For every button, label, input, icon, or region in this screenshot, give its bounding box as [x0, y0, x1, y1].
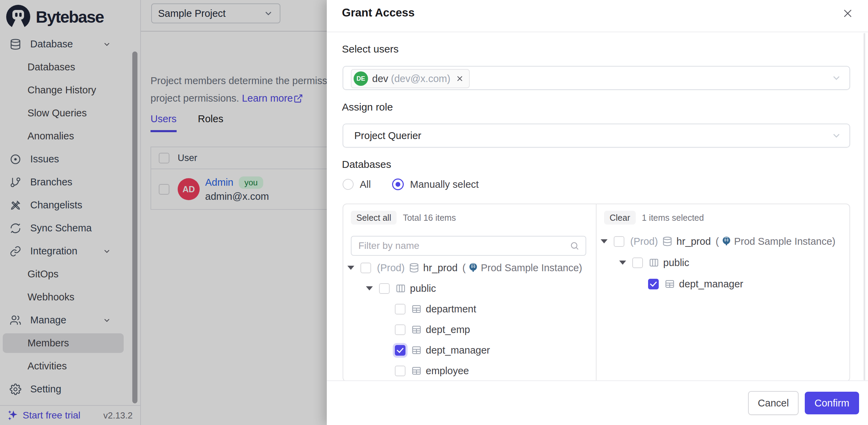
checkbox[interactable] [614, 236, 624, 247]
schema-icon [396, 283, 406, 294]
tree-node-table[interactable]: department [395, 299, 476, 319]
selected-count: 1 items selected [642, 213, 704, 223]
checkbox[interactable] [395, 324, 405, 335]
bytebase-app: Bytebase Database Databases Change Histo… [0, 0, 868, 425]
remove-chip-icon[interactable] [455, 74, 464, 83]
tree-node-database[interactable]: (Prod) hr_prod ( Prod Sample Instance) [601, 231, 835, 252]
modal-overlay[interactable] [0, 0, 327, 425]
radio-selected-icon[interactable] [392, 179, 404, 190]
caret-down-icon[interactable] [601, 239, 608, 243]
tree-node-table-selected[interactable]: dept_manager [648, 274, 743, 294]
checkbox[interactable] [395, 366, 405, 376]
select-users-input[interactable]: DE dev (dev@x.com) [343, 66, 850, 90]
select-users-label: Select users [342, 43, 399, 55]
chevron-down-icon [831, 130, 842, 141]
selected-user-chip[interactable]: DE dev (dev@x.com) [351, 69, 470, 88]
tree-node-table-selected[interactable]: dept_manager [395, 340, 490, 360]
table-icon [411, 324, 422, 335]
checkbox[interactable] [395, 304, 405, 314]
radio-icon[interactable] [343, 179, 354, 190]
database-icon [409, 263, 419, 273]
cancel-button[interactable]: Cancel [748, 391, 799, 415]
filter-input[interactable] [358, 240, 570, 252]
checkbox-checked[interactable] [648, 279, 659, 289]
source-total: Total 16 items [403, 213, 456, 223]
clear-button[interactable]: Clear [604, 211, 636, 225]
tree-node-table[interactable]: employee [395, 360, 469, 381]
databases-label: Databases [342, 159, 391, 170]
close-icon[interactable] [842, 8, 854, 19]
table-icon [411, 366, 422, 376]
assign-role-select[interactable]: Project Querier [343, 124, 850, 148]
modal-scrollbar-track[interactable] [864, 33, 865, 380]
caret-down-icon[interactable] [366, 286, 373, 290]
search-icon [570, 241, 579, 251]
schema-icon [649, 257, 659, 268]
postgresql-icon [468, 262, 479, 273]
confirm-button[interactable]: Confirm [805, 392, 859, 414]
transfer-target-pane: Clear 1 items selected (Prod) hr_prod ( [597, 204, 849, 381]
modal-title: Grant Access [342, 6, 415, 19]
checkbox-checked[interactable] [395, 345, 405, 356]
assign-role-label: Assign role [342, 101, 393, 113]
filter-input-wrap[interactable] [351, 236, 586, 256]
checkbox[interactable] [632, 257, 643, 268]
table-icon [411, 345, 422, 355]
tree-node-table[interactable]: dept_emp [395, 319, 470, 340]
transfer-source-pane: Select all Total 16 items (Prod) [343, 204, 597, 381]
avatar: DE [354, 71, 368, 86]
caret-down-icon[interactable] [347, 266, 354, 270]
postgresql-icon [721, 236, 732, 247]
modal-header-divider [327, 32, 868, 32]
database-transfer: Select all Total 16 items (Prod) [343, 204, 850, 382]
modal-footer: Cancel Confirm [327, 380, 868, 425]
tree-node-schema[interactable]: public [619, 252, 689, 273]
chevron-down-icon [831, 72, 842, 83]
table-icon [411, 304, 422, 314]
checkbox[interactable] [379, 283, 390, 294]
database-scope-radios: All Manually select [343, 179, 479, 190]
tree-node-schema[interactable]: public [366, 278, 436, 299]
database-icon [662, 236, 672, 246]
radio-all[interactable]: All [343, 179, 371, 190]
tree-node-database[interactable]: (Prod) hr_prod ( Prod Sample Instance) [347, 257, 582, 278]
grant-access-modal: Grant Access Select users DE dev (dev@x.… [327, 0, 868, 425]
table-icon [665, 279, 675, 289]
checkbox[interactable] [360, 263, 371, 273]
caret-down-icon[interactable] [619, 261, 626, 265]
radio-manually-select[interactable]: Manually select [392, 179, 479, 190]
select-all-button[interactable]: Select all [351, 211, 397, 225]
